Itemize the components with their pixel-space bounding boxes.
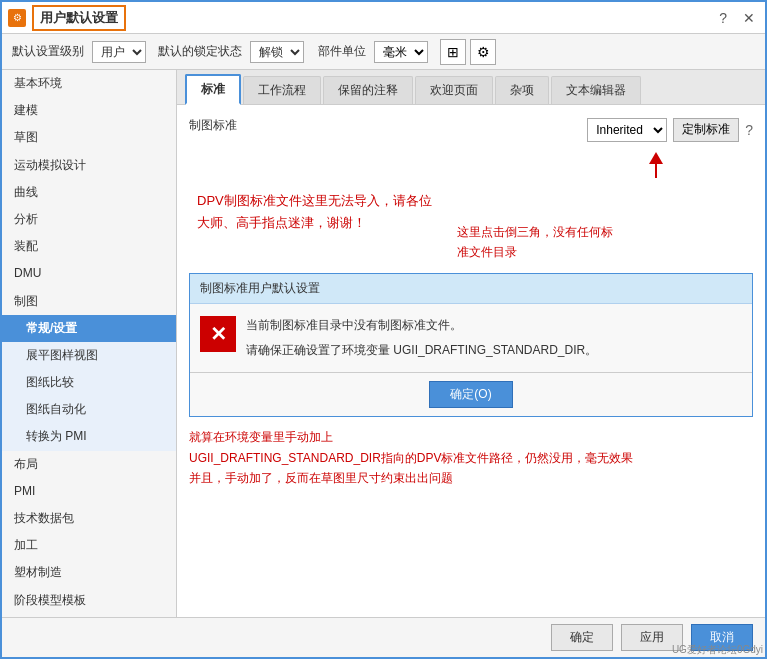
window-title: 用户默认设置 — [32, 5, 126, 31]
dialog-text: 当前制图标准目录中没有制图标准文件。 请确保正确设置了环境变量 UGII_DRA… — [246, 316, 597, 360]
dialog-line1: 当前制图标准目录中没有制图标准文件。 — [246, 316, 597, 335]
apply-button[interactable]: 应用 — [621, 624, 683, 651]
bottom-annotation: 就算在环境变量里手动加上 UGII_DRAFTING_STANDARD_DIR指… — [189, 427, 753, 488]
sidebar-item-modeling[interactable]: 建模 — [2, 97, 176, 124]
annotation3-line2: UGII_DRAFTING_STANDARD_DIR指向的DPV标准文件路径，仍… — [189, 448, 753, 468]
tab-welcome[interactable]: 欢迎页面 — [415, 76, 493, 104]
unit-select[interactable]: 毫米 英寸 — [374, 41, 428, 63]
dialog-footer: 确定(O) — [190, 372, 752, 416]
sidebar-item-flat-pattern[interactable]: 展平图样视图 — [2, 342, 176, 369]
annotation3-line1: 就算在环境变量里手动加上 — [189, 427, 753, 447]
tab-text-editor[interactable]: 文本编辑器 — [551, 76, 641, 104]
dialog-title: 制图标准用户默认设置 — [190, 274, 752, 304]
right-panel: 标准 工作流程 保留的注释 欢迎页面 杂项 文本编辑器 制图标准 Inher — [177, 70, 765, 617]
settings-icon: ⚙ — [8, 9, 26, 27]
sidebar-item-convert-pmi[interactable]: 转换为 PMI — [2, 423, 176, 450]
dialog-line2: 请确保正确设置了环境变量 UGII_DRAFTING_STANDARD_DIR。 — [246, 341, 597, 360]
tab-retained-notes[interactable]: 保留的注释 — [323, 76, 413, 104]
sidebar-item-stage-model[interactable]: 阶段模型模板 — [2, 587, 176, 614]
sidebar-item-pmi[interactable]: PMI — [2, 478, 176, 505]
close-button[interactable]: ✕ — [739, 10, 759, 26]
dialog-box: 制图标准用户默认设置 ✕ 当前制图标准目录中没有制图标准文件。 请确保正确设置了… — [189, 273, 753, 417]
sidebar-item-motion[interactable]: 运动模拟设计 — [2, 152, 176, 179]
sidebar-item-curve[interactable]: 曲线 — [2, 179, 176, 206]
tab-content-standard: 制图标准 Inherited GB ISO ANSI 定制标准 ? — [177, 105, 765, 617]
grid-icon-button[interactable]: ⊞ — [440, 39, 466, 65]
dialog-body: ✕ 当前制图标准目录中没有制图标准文件。 请确保正确设置了环境变量 UGII_D… — [190, 304, 752, 372]
sidebar-item-layout[interactable]: 布局 — [2, 451, 176, 478]
toolbar-icons: ⊞ ⚙ — [440, 39, 496, 65]
arrow-up-group — [649, 152, 663, 178]
help-icon[interactable]: ? — [745, 122, 753, 138]
bottom-bar: 确定 应用 取消 — [2, 617, 765, 657]
inherited-select[interactable]: Inherited GB ISO ANSI — [587, 118, 667, 142]
level-label: 默认设置级别 — [12, 43, 84, 60]
arrow-stem — [655, 164, 657, 178]
sidebar-item-general-settings[interactable]: 常规/设置 — [2, 315, 176, 342]
annotation3-line3: 并且，手动加了，反而在草图里尺寸约束出出问题 — [189, 468, 753, 488]
sidebar-item-assembly[interactable]: 装配 — [2, 233, 176, 260]
main-window: ⚙ 用户默认设置 ? ✕ 默认设置级别 用户 站点 组 默认的锁定状态 解锁 锁… — [0, 0, 767, 659]
annotation-area: DPV制图标准文件这里无法导入，请各位大师、高手指点迷津，谢谢！ 这里点击倒三角… — [189, 182, 753, 263]
tab-misc[interactable]: 杂项 — [495, 76, 549, 104]
sidebar-item-analysis[interactable]: 分析 — [2, 206, 176, 233]
sidebar-item-machining[interactable]: 加工 — [2, 532, 176, 559]
sidebar-item-tech-data[interactable]: 技术数据包 — [2, 505, 176, 532]
sidebar-item-basic-env[interactable]: 基本环境 — [2, 70, 176, 97]
standard-controls: Inherited GB ISO ANSI 定制标准 ? — [587, 118, 753, 142]
cancel-button[interactable]: 取消 — [691, 624, 753, 651]
unit-label: 部件单位 — [318, 43, 366, 60]
sidebar: 基本环境 建模 草图 运动模拟设计 曲线 分析 装配 DMU 制图 常规/设置 … — [2, 70, 177, 617]
title-bar: ⚙ 用户默认设置 ? ✕ — [2, 2, 765, 34]
annotation-right: 这里点击倒三角，没有任何标准文件目录 — [457, 222, 617, 263]
dialog-error-icon: ✕ — [200, 316, 236, 352]
tab-standard[interactable]: 标准 — [185, 74, 241, 105]
sidebar-item-drafting[interactable]: 制图 — [2, 288, 176, 315]
toolbar: 默认设置级别 用户 站点 组 默认的锁定状态 解锁 锁定 部件单位 毫米 英寸 … — [2, 34, 765, 70]
sidebar-item-sketch[interactable]: 草图 — [2, 124, 176, 151]
section-label: 制图标准 — [189, 117, 237, 134]
sidebar-item-plastic[interactable]: 塑材制造 — [2, 559, 176, 586]
arrow-up-icon — [649, 152, 663, 164]
sidebar-item-dmu[interactable]: DMU — [2, 260, 176, 287]
title-bar-right: ? ✕ — [715, 10, 759, 26]
sidebar-item-drawing-auto[interactable]: 图纸自动化 — [2, 396, 176, 423]
help-button[interactable]: ? — [715, 10, 731, 26]
dialog-ok-button[interactable]: 确定(O) — [429, 381, 512, 408]
sidebar-item-drawing-compare[interactable]: 图纸比较 — [2, 369, 176, 396]
content-inner: 制图标准 Inherited GB ISO ANSI 定制标准 ? — [189, 117, 753, 488]
gear-icon-button[interactable]: ⚙ — [470, 39, 496, 65]
level-select[interactable]: 用户 站点 组 — [92, 41, 146, 63]
title-bar-left: ⚙ 用户默认设置 — [8, 5, 126, 31]
arrow-container — [189, 152, 663, 178]
ok-button[interactable]: 确定 — [551, 624, 613, 651]
standard-row: 制图标准 Inherited GB ISO ANSI 定制标准 ? — [189, 117, 753, 142]
tab-workflow[interactable]: 工作流程 — [243, 76, 321, 104]
custom-standard-button[interactable]: 定制标准 — [673, 118, 739, 142]
lock-label: 默认的锁定状态 — [158, 43, 242, 60]
annotation-left: DPV制图标准文件这里无法导入，请各位大师、高手指点迷津，谢谢！ — [197, 190, 437, 251]
main-content: 基本环境 建模 草图 运动模拟设计 曲线 分析 装配 DMU 制图 常规/设置 … — [2, 70, 765, 617]
tabs: 标准 工作流程 保留的注释 欢迎页面 杂项 文本编辑器 — [177, 70, 765, 105]
lock-select[interactable]: 解锁 锁定 — [250, 41, 304, 63]
